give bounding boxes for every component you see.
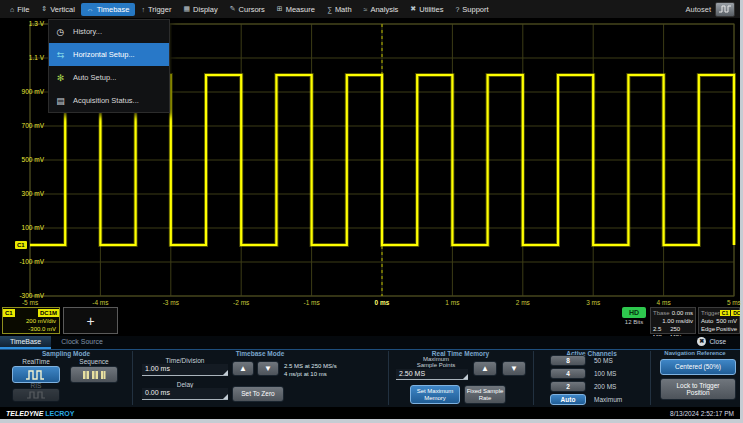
centered-button[interactable]: Centered (50%) bbox=[660, 359, 736, 375]
time-label: 1 ms bbox=[435, 299, 469, 306]
sampling-mode-title: Sampling Mode bbox=[0, 350, 132, 357]
navigation-reference-title: Navigation Reference bbox=[650, 350, 740, 356]
max-sample-points-input[interactable]: 2.50 MS bbox=[396, 369, 468, 380]
active-channels-8-button[interactable]: 8 bbox=[550, 355, 586, 366]
max-sample-points-label2: Sample Points bbox=[396, 362, 476, 368]
active-channels-memory-label: 100 MS bbox=[594, 370, 616, 377]
history-clock-icon: ◷ bbox=[54, 27, 67, 37]
section-separator bbox=[533, 351, 534, 405]
delay-label: Delay bbox=[140, 381, 230, 388]
close-label: Close bbox=[709, 338, 726, 345]
set-maximum-memory-button[interactable]: Set Maximum Memory bbox=[410, 385, 460, 404]
realtime-icon bbox=[25, 369, 47, 381]
time-label: 0 ms bbox=[365, 299, 399, 306]
time-label: -1 ms bbox=[295, 299, 329, 306]
fixed-sample-rate-button[interactable]: Fixed Sample Rate bbox=[464, 385, 506, 404]
voltage-label: 100 mV bbox=[0, 224, 44, 231]
set-to-zero-button[interactable]: Set To Zero bbox=[232, 386, 284, 402]
tab-timebase[interactable]: TimeBase bbox=[0, 336, 51, 349]
sample-info-line1: 2.5 MS at 250 MS/s bbox=[284, 362, 337, 370]
time-label: 3 ms bbox=[576, 299, 610, 306]
timebase-dialog: TimeBase Clock Source ✖ Close Sampling M… bbox=[0, 336, 740, 407]
status-bar: TELEDYNE LECROY 8/13/2024 2:52:17 PM bbox=[0, 407, 740, 419]
oscilloscope-screen: 1.3 V1.1 V900 mV700 mV500 mV300 mV100 mV… bbox=[0, 0, 743, 423]
sequence-button[interactable] bbox=[70, 366, 118, 383]
realtime-label: RealTime bbox=[8, 358, 64, 365]
sequence-icon bbox=[82, 369, 106, 381]
voltage-label: 900 mV bbox=[0, 88, 44, 95]
time-label: -4 ms bbox=[83, 299, 117, 306]
dropdown-item-label: History... bbox=[73, 27, 102, 36]
active-channels-4-button[interactable]: 4 bbox=[550, 368, 586, 379]
dropdown-item-history[interactable]: ◷History... bbox=[49, 20, 169, 43]
time-label: 4 ms bbox=[647, 299, 681, 306]
time-division-up-button[interactable]: ▲ bbox=[232, 361, 254, 376]
active-channels-memory-label: Maximum bbox=[594, 396, 622, 403]
time-label: -5 ms bbox=[13, 299, 47, 306]
dropdown-item-acquisition-status[interactable]: ▤Acquisition Status... bbox=[49, 89, 169, 112]
dropdown-item-label: Auto Setup... bbox=[73, 73, 116, 82]
trigger-slope: Positive bbox=[716, 325, 737, 333]
voltage-label: 500 mV bbox=[0, 156, 44, 163]
voltage-label: -100 mV bbox=[0, 258, 44, 265]
dropdown-item-horizontal-setup[interactable]: ⇆Horizontal Setup... bbox=[49, 43, 169, 66]
section-separator bbox=[132, 351, 133, 405]
auto-setup-icon: ✻ bbox=[54, 73, 67, 83]
lock-to-trigger-button[interactable]: Lock to Trigger Position bbox=[660, 378, 736, 400]
horizontal-setup-icon: ⇆ bbox=[54, 50, 67, 60]
active-channels-memory-label: 200 MS bbox=[594, 383, 616, 390]
timebase-dropdown-menu: ◷History...⇆Horizontal Setup...✻Auto Set… bbox=[48, 19, 170, 113]
ris-icon bbox=[26, 390, 46, 400]
voltage-label: -300 mV bbox=[0, 292, 44, 299]
section-separator bbox=[388, 351, 389, 405]
active-channels-memory-label: 50 MS bbox=[594, 357, 613, 364]
time-label: 2 ms bbox=[506, 299, 540, 306]
time-label: -2 ms bbox=[224, 299, 258, 306]
voltage-label: 1.1 V bbox=[0, 54, 44, 61]
dialog-close-button[interactable]: ✖ Close bbox=[697, 337, 726, 346]
time-label: -3 ms bbox=[154, 299, 188, 306]
ris-button[interactable] bbox=[12, 388, 60, 402]
active-channels-2-button[interactable]: 2 bbox=[550, 381, 586, 392]
trigger-type: Edge bbox=[701, 325, 715, 333]
memory-down-button[interactable]: ▼ bbox=[502, 361, 526, 376]
time-division-label: Time/Division bbox=[140, 357, 230, 364]
close-icon: ✖ bbox=[697, 337, 706, 346]
channel-offset-marker[interactable]: C1 bbox=[15, 241, 27, 249]
realtime-button[interactable] bbox=[12, 366, 60, 383]
dropdown-item-label: Horizontal Setup... bbox=[73, 50, 135, 59]
dropdown-item-label: Acquisition Status... bbox=[73, 96, 139, 105]
time-division-input[interactable]: 1.00 ms bbox=[142, 364, 228, 376]
brand-logo: TELEDYNE LECROY bbox=[6, 410, 74, 417]
window-edge-bottom bbox=[0, 419, 743, 423]
dropdown-item-auto-setup[interactable]: ✻Auto Setup... bbox=[49, 66, 169, 89]
time-label: 5 ms bbox=[717, 299, 743, 306]
voltage-label: 300 mV bbox=[0, 190, 44, 197]
sample-info-line2: 4 ns/pt at 10 ms bbox=[284, 370, 327, 378]
delay-input[interactable]: 0.00 ms bbox=[142, 388, 228, 400]
voltage-label: 1.3 V bbox=[0, 20, 44, 27]
memory-up-button[interactable]: ▲ bbox=[473, 361, 497, 376]
sequence-label: Sequence bbox=[66, 358, 122, 365]
active-channels-auto-button[interactable]: Auto bbox=[550, 394, 586, 405]
c1-offset: -300.0 mV bbox=[3, 325, 59, 333]
tab-clock-source[interactable]: Clock Source bbox=[51, 336, 113, 349]
voltage-label: 700 mV bbox=[0, 122, 44, 129]
datetime: 8/13/2024 2:52:17 PM bbox=[670, 410, 734, 417]
section-separator bbox=[650, 351, 651, 405]
dialog-tab-row: TimeBase Clock Source bbox=[0, 336, 740, 350]
timebase-mode-title: Timebase Mode bbox=[132, 350, 388, 357]
time-division-down-button[interactable]: ▼ bbox=[257, 361, 279, 376]
acquisition-status-icon: ▤ bbox=[54, 96, 67, 106]
